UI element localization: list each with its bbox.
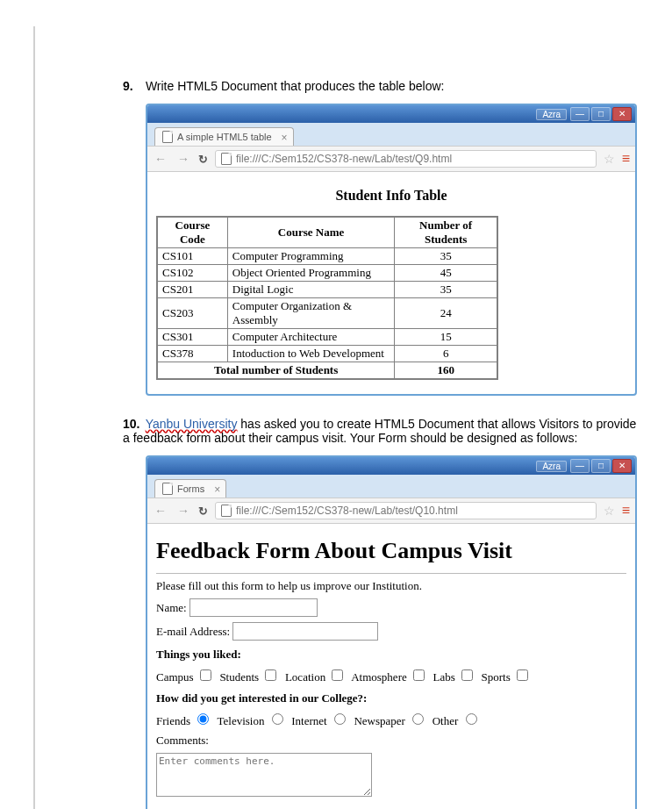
liked-opt: Atmosphere: [351, 670, 407, 684]
table-row: CS102Object Oriented Programming45: [157, 265, 497, 282]
forward-button[interactable]: →: [175, 504, 191, 518]
url-page-icon: [221, 505, 232, 517]
liked-opt: Sports: [482, 670, 511, 684]
titlebar: Azra — □ ✕: [147, 457, 635, 475]
comments-label: Comments:: [156, 734, 626, 748]
interest-opt: Internet: [291, 714, 326, 727]
th-code: Course Code: [157, 217, 227, 248]
q9-text: Write HTML5 Document that produces the t…: [146, 79, 445, 93]
interest-opt: Other: [433, 714, 459, 727]
interest-opt: Television: [218, 714, 265, 727]
liked-opt: Location: [285, 670, 325, 684]
liked-opt: Labs: [433, 670, 454, 684]
email-input[interactable]: [232, 622, 378, 641]
page-viewport-q9: Student Info Table Course Code Course Na…: [147, 172, 635, 394]
tab-title: A simple HTML5 table: [177, 132, 272, 142]
close-button[interactable]: ✕: [612, 459, 632, 473]
interest-opt: Newspaper: [354, 714, 404, 727]
table-row: CS203Computer Organization & Assembly24: [157, 298, 497, 329]
back-button[interactable]: ←: [153, 152, 168, 166]
tab-close-icon[interactable]: ×: [282, 132, 288, 144]
th-name: Course Name: [227, 217, 394, 248]
reload-button[interactable]: ↻: [198, 505, 208, 518]
interest-newspaper-radio[interactable]: [412, 713, 424, 725]
liked-sports-checkbox[interactable]: [517, 669, 528, 681]
comments-textarea[interactable]: [156, 753, 372, 797]
liked-options-row: Campus Students Location Atmosphere Labs…: [156, 667, 626, 684]
question-10: 10. Yanbu University has asked you to cr…: [123, 417, 637, 809]
url-text: file:///C:/Sem152/CS378-new/Lab/test/Q10…: [236, 505, 458, 517]
name-row: Name:: [156, 598, 626, 617]
minimize-button[interactable]: —: [570, 459, 590, 473]
table-header-row: Course Code Course Name Number of Studen…: [157, 217, 497, 248]
page-icon: [162, 483, 173, 495]
interest-other-radio[interactable]: [466, 713, 477, 725]
page-viewport-q10: Feedback Form About Campus Visit Please …: [147, 524, 635, 809]
table-row: CS101Computer Programming35: [157, 248, 497, 265]
total-value: 160: [395, 362, 497, 380]
menu-icon[interactable]: ≡: [622, 506, 630, 515]
tab-strip: A simple HTML5 table ×: [147, 123, 635, 146]
maximize-button[interactable]: □: [591, 459, 611, 473]
table-row: CS378Intoduction to Web Development6: [157, 346, 497, 362]
form-intro: Please fill out this form to help us imp…: [156, 579, 626, 593]
minimize-button[interactable]: —: [570, 107, 590, 121]
browser-tab[interactable]: Forms ×: [154, 479, 226, 498]
address-bar: ← → ↻ file:///C:/Sem152/CS378-new/Lab/te…: [147, 498, 635, 524]
page-icon: [162, 131, 173, 143]
window-user-label: Azra: [536, 461, 567, 472]
name-input[interactable]: [189, 598, 318, 617]
email-label: E-mail Address:: [156, 625, 230, 638]
form-heading: Feedback Form About Campus Visit: [156, 538, 626, 564]
table-title: Student Info Table: [156, 188, 626, 204]
url-text: file:///C:/Sem152/CS378-new/Lab/test/Q9.…: [236, 153, 452, 165]
interest-television-radio[interactable]: [272, 713, 283, 725]
interest-friends-radio[interactable]: [197, 713, 209, 725]
liked-students-checkbox[interactable]: [265, 669, 276, 681]
q10-number: 10.: [123, 417, 142, 431]
url-box[interactable]: file:///C:/Sem152/CS378-new/Lab/test/Q10…: [215, 502, 597, 519]
tab-title: Forms: [177, 483, 204, 494]
bookmark-star-icon[interactable]: ☆: [604, 152, 615, 166]
table-row: CS201Digital Logic35: [157, 282, 497, 298]
liked-location-checkbox[interactable]: [332, 669, 343, 681]
liked-labs-checkbox[interactable]: [461, 669, 473, 681]
liked-opt: Students: [219, 670, 259, 684]
liked-title: Things you liked:: [156, 648, 626, 662]
q9-number: 9.: [123, 79, 142, 93]
interest-options-row: Friends Television Internet Newspaper Ot…: [156, 711, 626, 728]
total-label: Total number of Students: [157, 362, 395, 380]
titlebar: Azra — □ ✕: [147, 105, 635, 123]
maximize-button[interactable]: □: [591, 107, 611, 121]
q10-text: Yanbu University has asked you to create…: [123, 417, 636, 445]
interest-opt: Friends: [156, 714, 190, 727]
menu-icon[interactable]: ≡: [622, 154, 630, 163]
email-row: E-mail Address:: [156, 622, 626, 641]
liked-opt: Campus: [156, 670, 194, 684]
back-button[interactable]: ←: [153, 504, 168, 518]
browser-window-q9: Azra — □ ✕ A simple HTML5 table × ← → ↻: [146, 104, 637, 396]
close-button[interactable]: ✕: [612, 107, 632, 121]
tab-strip: Forms ×: [147, 475, 635, 498]
page-margin-rule: [33, 26, 35, 809]
table-total-row: Total number of Students 160: [157, 362, 497, 380]
student-info-table: Course Code Course Name Number of Studen…: [156, 216, 498, 380]
url-page-icon: [221, 153, 232, 165]
reload-button[interactable]: ↻: [198, 153, 208, 166]
question-9: 9. Write HTML5 Document that produces th…: [123, 79, 637, 396]
browser-window-q10: Azra — □ ✕ Forms × ← → ↻: [146, 455, 637, 809]
address-bar: ← → ↻ file:///C:/Sem152/CS378-new/Lab/te…: [147, 146, 635, 172]
forward-button[interactable]: →: [175, 152, 191, 166]
browser-tab[interactable]: A simple HTML5 table ×: [154, 127, 294, 146]
liked-campus-checkbox[interactable]: [200, 669, 211, 681]
liked-atmosphere-checkbox[interactable]: [413, 669, 425, 681]
url-box[interactable]: file:///C:/Sem152/CS378-new/Lab/test/Q9.…: [215, 150, 597, 168]
th-num: Number of Students: [395, 217, 497, 248]
yanbu-link[interactable]: Yanbu University: [146, 417, 238, 431]
table-row: CS301Computer Architecture15: [157, 329, 497, 346]
bookmark-star-icon[interactable]: ☆: [604, 504, 615, 518]
name-label: Name:: [156, 601, 187, 614]
interest-internet-radio[interactable]: [334, 713, 346, 725]
tab-close-icon[interactable]: ×: [214, 483, 220, 496]
window-user-label: Azra: [536, 109, 567, 120]
